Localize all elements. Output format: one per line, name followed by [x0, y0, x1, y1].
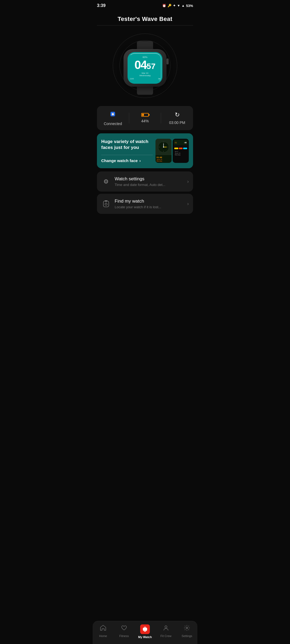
watch-thumb-2: 01 :48 34°C June 21 Monday — [173, 139, 189, 163]
battery-indicator: 53% — [186, 4, 193, 8]
page-title: Tester's Wave Beat — [93, 10, 197, 25]
status-connected: ⌚ Connected — [97, 110, 129, 126]
watch-arc — [129, 53, 161, 83]
watch-case: 60% 04 57 Mar 24 Wednesday 2345 6♥ — [124, 49, 166, 87]
svg-rect-12 — [105, 200, 107, 202]
change-watch-face-button[interactable]: Change watch face › — [101, 158, 153, 163]
watch-settings-subtitle: Time and date format, Auto det... — [115, 183, 183, 187]
promo-text: Huge variety of watch faces just for you… — [101, 139, 153, 163]
alarm-icon: ⏰ — [162, 4, 166, 8]
bluetooth-icon: ✦ — [173, 4, 176, 8]
key-icon: 🔑 — [168, 4, 172, 8]
watch-settings-chevron: › — [187, 179, 189, 184]
watch-strap-top — [137, 41, 153, 49]
svg-point-13 — [105, 203, 107, 205]
status-time: 3:39 — [97, 3, 106, 8]
sync-icon: ↻ — [175, 111, 180, 118]
status-card: ⌚ Connected 44% ↻ 03:00 PM — [97, 106, 193, 130]
watch-radar: 60% 04 57 Mar 24 Wednesday 2345 6♥ — [110, 31, 180, 101]
svg-text:12: 12 — [163, 141, 164, 143]
find-watch-subtitle: Locate your watch if it is lost... — [115, 205, 183, 209]
digital-face-thumb: 01:48 June 21 Monday — [155, 155, 172, 163]
svg-rect-11 — [103, 201, 109, 207]
watch-screen: 60% 04 57 Mar 24 Wednesday 2345 6♥ — [128, 52, 162, 84]
watch-settings-menu-item[interactable]: ⚙ Watch settings Time and date format, A… — [97, 171, 193, 192]
find-watch-icon — [101, 199, 111, 209]
watch-section: 60% 04 57 Mar 24 Wednesday 2345 6♥ — [93, 25, 197, 103]
svg-text:3: 3 — [168, 146, 168, 148]
battery-icon-display — [141, 113, 149, 117]
battery-label: 44% — [141, 119, 149, 123]
find-watch-content: Find my watch Locate your watch if it is… — [115, 199, 183, 209]
watch-settings-content: Watch settings Time and date format, Aut… — [115, 176, 183, 187]
promo-divider — [101, 155, 153, 155]
watch-crown — [166, 58, 169, 64]
connected-icon: ⌚ — [109, 110, 117, 119]
promo-title: Huge variety of watch faces just for you — [101, 139, 153, 151]
status-battery: 44% — [129, 113, 161, 123]
analog-face-thumb: 12 3 9 6 — [155, 139, 172, 155]
connected-label: Connected — [104, 122, 122, 126]
watch-face-thumbnails: 12 3 9 6 01:48 June 21 Monday 01 :48 — [155, 139, 189, 163]
watch-settings-title: Watch settings — [115, 176, 183, 182]
status-sync: ↻ 03:00 PM — [161, 111, 193, 125]
find-watch-menu-item[interactable]: Find my watch Locate your watch if it is… — [97, 194, 193, 214]
watch-body: 60% 04 57 Mar 24 Wednesday 2345 6♥ — [124, 41, 166, 91]
settings-icon: ⚙ — [101, 177, 111, 186]
status-icons: ⏰ 🔑 ✦ ▼ ▲ 53% — [162, 4, 193, 8]
signal-icon: ▲ — [182, 4, 185, 8]
svg-point-10 — [163, 147, 164, 148]
status-bar: 3:39 ⏰ 🔑 ✦ ▼ ▲ 53% — [93, 0, 197, 10]
svg-text:6: 6 — [163, 151, 164, 152]
wifi-icon: ▼ — [177, 4, 180, 8]
find-watch-title: Find my watch — [115, 199, 183, 204]
watch-thumb-1: 12 3 9 6 01:48 June 21 Monday — [155, 139, 172, 163]
find-watch-chevron: › — [187, 201, 189, 207]
svg-text:⌚: ⌚ — [111, 112, 115, 116]
watch-strap-bottom — [137, 87, 153, 95]
promo-card[interactable]: Huge variety of watch faces just for you… — [97, 133, 193, 168]
sync-label: 03:00 PM — [169, 120, 185, 125]
svg-text:9: 9 — [159, 146, 160, 148]
